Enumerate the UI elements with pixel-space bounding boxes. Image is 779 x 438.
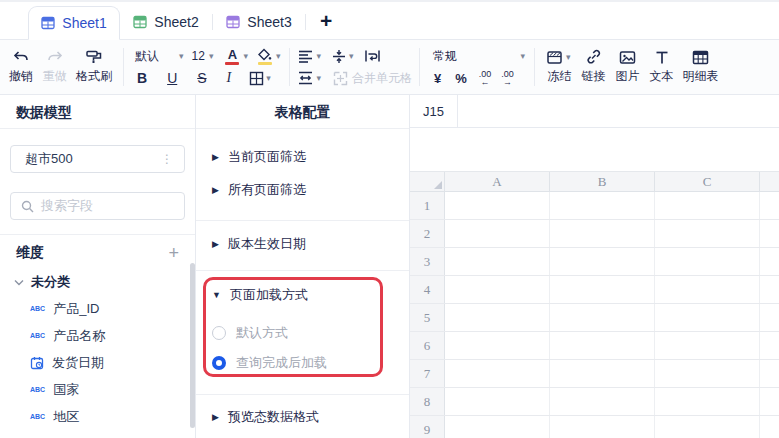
row-header-2[interactable]: 2 xyxy=(410,220,445,247)
field-item[interactable]: ABC地区 xyxy=(0,403,195,430)
cell-A3[interactable] xyxy=(445,248,550,275)
cell-B4[interactable] xyxy=(550,276,655,303)
cell-C2[interactable] xyxy=(655,220,760,247)
link-button[interactable]: 链接 xyxy=(577,43,611,91)
cell-C6[interactable] xyxy=(655,332,760,359)
font-size-select[interactable]: 12 xyxy=(186,49,207,63)
cell-partial[interactable] xyxy=(760,220,779,247)
row-header-5[interactable]: 5 xyxy=(410,304,445,331)
add-sheet-button[interactable]: + xyxy=(320,10,332,31)
merge-cells-button[interactable]: 合并单元格 xyxy=(333,70,412,87)
field-item[interactable]: ABC产品名称 xyxy=(0,322,195,349)
field-item[interactable]: ABC产品_ID xyxy=(0,295,195,322)
cell-B2[interactable] xyxy=(550,220,655,247)
row-header-9[interactable]: 9 xyxy=(410,416,445,438)
cell-B3[interactable] xyxy=(550,248,655,275)
cell-partial[interactable] xyxy=(760,248,779,275)
font-family-select[interactable]: 默认 xyxy=(131,48,177,65)
cell-C1[interactable] xyxy=(655,192,760,219)
cell-B1[interactable] xyxy=(550,192,655,219)
cell-A2[interactable] xyxy=(445,220,550,247)
underline-button[interactable]: U xyxy=(161,70,183,86)
caret-down-icon[interactable]: ▾ xyxy=(316,51,321,61)
detail-table-button[interactable]: 明细表 xyxy=(679,43,723,91)
cell-B6[interactable] xyxy=(550,332,655,359)
column-header-A[interactable]: A xyxy=(445,172,550,191)
caret-down-icon[interactable]: ▾ xyxy=(316,73,321,83)
bold-button[interactable]: B xyxy=(131,70,153,86)
caret-down-icon[interactable]: ▾ xyxy=(266,73,271,83)
radio-unselected-icon[interactable] xyxy=(212,326,226,340)
image-button[interactable]: 图片 xyxy=(611,43,645,91)
add-dimension-button[interactable]: + xyxy=(168,244,179,262)
cell-partial[interactable] xyxy=(760,192,779,219)
font-color-button[interactable]: A xyxy=(223,48,241,65)
cell-C8[interactable] xyxy=(655,388,760,415)
row-header-6[interactable]: 6 xyxy=(410,332,445,359)
tab-sheet1[interactable]: Sheet1 xyxy=(28,6,120,40)
cell-C5[interactable] xyxy=(655,304,760,331)
row-header-8[interactable]: 8 xyxy=(410,388,445,415)
section-current-page-filter[interactable]: ▶ 当前页面筛选 xyxy=(196,142,409,172)
cell-C4[interactable] xyxy=(655,276,760,303)
undo-button[interactable]: 撤销 xyxy=(4,43,38,91)
cell-partial[interactable] xyxy=(760,276,779,303)
row-header-3[interactable]: 3 xyxy=(410,248,445,275)
increase-decimal-button[interactable]: .00 → xyxy=(496,70,519,86)
cell-name-box[interactable]: J15 xyxy=(410,95,458,127)
field-item[interactable]: ABC国家 xyxy=(0,376,195,403)
search-field-input[interactable]: 搜索字段 xyxy=(10,192,185,220)
radio-default-mode[interactable]: 默认方式 xyxy=(196,318,409,348)
more-dots-icon[interactable]: ⋮ xyxy=(161,152,174,166)
borders-icon[interactable] xyxy=(249,71,264,86)
caret-down-icon[interactable]: ▾ xyxy=(349,51,354,61)
freeze-button[interactable]: ▾ 冻结 xyxy=(542,43,577,91)
caret-down-icon[interactable]: ▾ xyxy=(209,51,214,61)
fill-color-button[interactable] xyxy=(256,48,274,65)
radio-selected-icon[interactable] xyxy=(212,356,226,370)
tab-sheet2[interactable]: Sheet2 xyxy=(120,5,212,39)
cell-B9[interactable] xyxy=(550,416,655,438)
decrease-decimal-button[interactable]: .00 ← xyxy=(474,70,497,86)
align-vertical-icon[interactable] xyxy=(331,49,347,64)
caret-down-icon[interactable]: ▾ xyxy=(179,51,184,61)
cell-B8[interactable] xyxy=(550,388,655,415)
dataset-selector[interactable]: 超市500 ⋮ xyxy=(10,145,185,173)
field-group-uncategorized[interactable]: 未分类 xyxy=(0,269,195,295)
cell-A7[interactable] xyxy=(445,360,550,387)
section-all-page-filter[interactable]: ▶ 所有页面筛选 xyxy=(196,175,409,205)
caret-down-icon[interactable]: ▾ xyxy=(243,51,248,61)
cell-B7[interactable] xyxy=(550,360,655,387)
cell-C7[interactable] xyxy=(655,360,760,387)
percent-format-button[interactable]: % xyxy=(448,71,474,86)
cell-partial[interactable] xyxy=(760,332,779,359)
cell-A4[interactable] xyxy=(445,276,550,303)
cell-partial[interactable] xyxy=(760,360,779,387)
cell-A5[interactable] xyxy=(445,304,550,331)
section-preview-data-format[interactable]: ▶ 预览态数据格式 xyxy=(196,402,409,432)
caret-down-icon[interactable]: ▾ xyxy=(276,51,281,61)
strikethrough-button[interactable]: S xyxy=(191,70,212,86)
row-header-7[interactable]: 7 xyxy=(410,360,445,387)
number-format-select[interactable]: 常规 ▾ xyxy=(427,48,527,65)
cell-partial[interactable] xyxy=(760,416,779,438)
cell-A8[interactable] xyxy=(445,388,550,415)
redo-button[interactable]: 重做 xyxy=(38,43,72,91)
cell-A9[interactable] xyxy=(445,416,550,438)
align-horizontal-icon[interactable] xyxy=(297,49,314,63)
cell-partial[interactable] xyxy=(760,388,779,415)
formula-input[interactable] xyxy=(458,95,779,127)
italic-button[interactable]: I xyxy=(221,70,238,86)
text-overflow-icon[interactable] xyxy=(297,71,314,85)
currency-format-button[interactable]: ¥ xyxy=(427,71,448,86)
row-header-4[interactable]: 4 xyxy=(410,276,445,303)
row-header-1[interactable]: 1 xyxy=(410,192,445,219)
cell-C3[interactable] xyxy=(655,248,760,275)
cell-A1[interactable] xyxy=(445,192,550,219)
tab-sheet3[interactable]: Sheet3 xyxy=(213,5,305,39)
cell-A6[interactable] xyxy=(445,332,550,359)
column-header-C[interactable]: C xyxy=(655,172,760,191)
sidebar-scrollbar[interactable] xyxy=(190,263,195,428)
cell-partial[interactable] xyxy=(760,304,779,331)
cell-B5[interactable] xyxy=(550,304,655,331)
